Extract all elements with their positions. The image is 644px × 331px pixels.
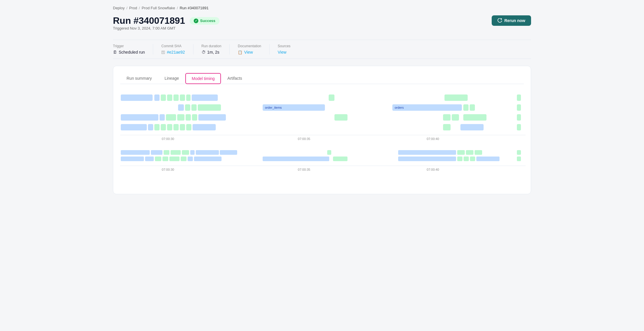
gantt-bar[interactable] [334,114,347,121]
gantt-bar[interactable] [196,150,219,155]
gantt-bar[interactable] [452,114,459,121]
gantt-bar[interactable] [180,94,185,101]
gantt-bar[interactable] [167,94,172,101]
gantt-bar[interactable] [188,157,193,161]
gantt-bar[interactable] [154,124,160,130]
gantt-bar[interactable] [457,157,462,161]
key-icon: ⚿ [161,50,165,54]
gantt-bar[interactable] [145,157,154,161]
gantt-bar[interactable] [517,104,521,111]
gantt-bar[interactable] [167,124,172,130]
gantt-bar[interactable] [186,114,191,121]
gantt-bar[interactable] [160,114,165,121]
rerun-icon [497,18,502,23]
gantt-bar[interactable] [517,124,521,130]
gantt-bar[interactable] [470,104,475,111]
breadcrumb-prod-full-snowflake[interactable]: Prod Full Snowflake [142,6,175,10]
gantt-bar[interactable] [173,124,179,130]
gantt-bar[interactable] [166,114,176,121]
check-icon: ✓ [194,19,198,23]
gantt-bar[interactable] [444,94,468,101]
gantt-bar[interactable] [171,150,181,155]
gantt-bar[interactable] [460,124,484,130]
gantt-bar[interactable] [443,114,451,121]
meta-docs: Documentation 📋 View [238,44,270,54]
gantt-bar[interactable] [192,114,197,121]
gantt-bar[interactable] [186,94,191,101]
gantt-bar[interactable] [155,157,161,161]
gantt-bar[interactable] [198,104,221,111]
tab-lineage[interactable]: Lineage [158,73,185,84]
gantt-bar[interactable] [517,150,521,155]
sources-link[interactable]: View [278,50,286,54]
gantt-bar[interactable] [466,150,473,155]
gantt-bar[interactable] [177,114,184,121]
tab-model-timing[interactable]: Model timing [185,73,221,84]
gantt-bar[interactable] [121,94,153,101]
rerun-button[interactable]: Rerun now [492,15,531,26]
gantt-bar[interactable] [263,157,329,161]
gantt-bar[interactable] [517,157,521,161]
gantt-bar[interactable] [121,157,144,161]
gantt-bar[interactable] [398,150,456,155]
time-label-b1: 07:00:30 [162,168,174,171]
tab-run-summary[interactable]: Run summary [120,73,158,84]
gantt-bar[interactable] [470,157,475,161]
doc-icon: 📋 [238,50,242,54]
gantt-bar[interactable] [186,124,191,130]
commit-link[interactable]: #e21ae92 [167,50,185,54]
gantt-bar[interactable] [333,157,347,161]
meta-trigger: Trigger 🗓 Scheduled run [113,44,153,54]
gantt-bar[interactable] [148,124,153,130]
gantt-bar[interactable] [191,104,197,111]
time-label-3: 07:00:40 [427,137,439,141]
gantt-bar[interactable] [220,150,237,155]
bottom-gantt-svg: 07:00:30 07:00:35 07:00:40 [120,148,524,186]
tab-artifacts[interactable]: Artifacts [221,73,248,84]
docs-link[interactable]: View [244,50,253,54]
gantt-bar[interactable] [180,124,185,130]
gantt-bar[interactable] [457,150,465,155]
gantt-bar[interactable] [154,94,160,101]
gantt-bar[interactable] [327,150,331,155]
gantt-bar[interactable] [198,114,226,121]
gantt-bar[interactable] [173,94,179,101]
gantt-bar[interactable] [194,157,222,161]
gantt-bar[interactable] [169,157,180,161]
header-left: Run #340071891 ✓ Success Triggered Nov 3… [113,15,219,37]
gantt-bar[interactable] [162,157,168,161]
gantt-bar[interactable] [193,124,216,130]
gantt-bar[interactable] [464,157,469,161]
gantt-bar[interactable] [182,150,189,155]
title-area: Run #340071891 ✓ Success [113,15,219,26]
breadcrumb-deploy[interactable]: Deploy [113,6,125,10]
gantt-bar[interactable] [475,150,482,155]
time-label-1: 07:00:30 [162,137,174,141]
gantt-bar[interactable] [121,114,158,121]
gantt-bar[interactable] [185,104,190,111]
gantt-bar[interactable] [190,150,195,155]
gantt-bar[interactable] [476,157,500,161]
orders-label: orders [395,106,404,109]
gantt-bar[interactable] [329,94,334,101]
breadcrumb: Deploy / Prod / Prod Full Snowflake / Ru… [113,6,531,10]
gantt-bar[interactable] [517,94,521,101]
gantt-bar[interactable] [151,150,162,155]
top-gantt: order_items orders [120,92,524,144]
gantt-bar[interactable] [181,157,186,161]
gantt-bar[interactable] [192,94,218,101]
breadcrumb-prod[interactable]: Prod [129,6,137,10]
gantt-bar[interactable] [164,150,169,155]
gantt-bar[interactable] [398,157,456,161]
gantt-bar[interactable] [121,124,147,130]
gantt-bar[interactable] [161,124,166,130]
gantt-bar[interactable] [443,124,451,130]
gantt-bar[interactable] [121,150,150,155]
gantt-bar[interactable] [161,94,166,101]
order-items-label: order_items [265,106,282,109]
gantt-bar[interactable] [463,114,486,121]
gantt-bar[interactable] [178,104,184,111]
gantt-bar[interactable] [463,104,469,111]
page-title: Run #340071891 [113,15,185,26]
gantt-bar[interactable] [517,114,521,121]
